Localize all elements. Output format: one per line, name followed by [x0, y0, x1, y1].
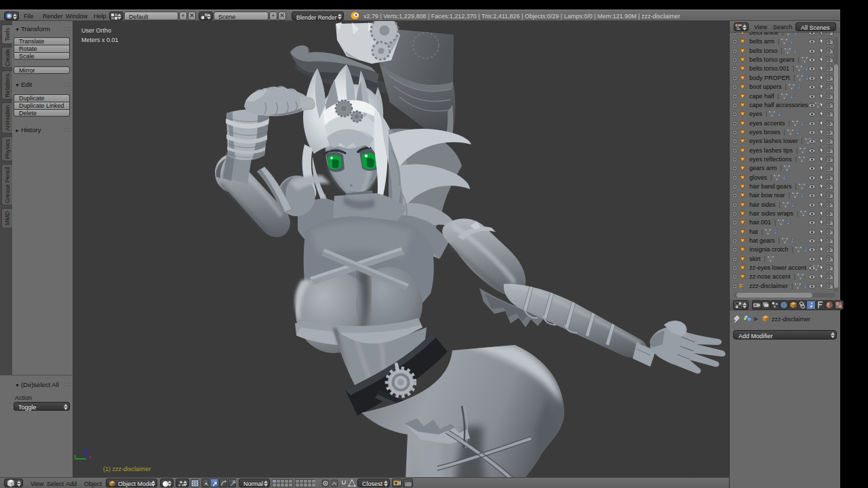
svg-text:y: y	[74, 453, 77, 459]
svg-text:x: x	[89, 454, 92, 459]
